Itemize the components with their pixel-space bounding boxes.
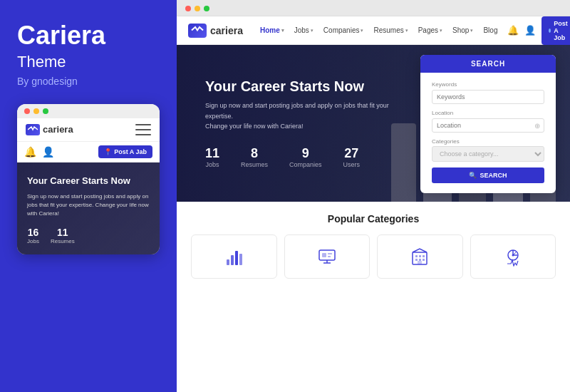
nav-item-jobs[interactable]: Jobs▾: [290, 24, 318, 37]
svg-rect-2: [235, 251, 238, 265]
mobile-stat-jobs: 16 Jobs: [27, 227, 39, 244]
mobile-hero-title: Your Career Starts Now: [27, 175, 150, 187]
mobile-bell-icon[interactable]: 🔔: [24, 146, 36, 158]
dot-red: [24, 108, 30, 114]
desktop-logo-icon: [188, 24, 207, 38]
mobile-preview-card: cariera 🔔 👤 📍 Post A Jab Your Career Sta…: [17, 104, 160, 255]
location-input[interactable]: [432, 118, 544, 133]
bell-icon[interactable]: 🔔: [507, 25, 519, 36]
categories-grid: [191, 234, 556, 279]
nav-items: Home▾ Jobs▾ Companies▾ Resumes▾ Pages▾ S…: [256, 24, 502, 37]
svg-rect-6: [328, 253, 332, 254]
categories-select[interactable]: Choose a category...: [432, 146, 544, 162]
user-icon[interactable]: 👤: [524, 25, 536, 36]
svg-rect-0: [227, 259, 229, 265]
nav-item-resumes[interactable]: Resumes▾: [369, 24, 412, 37]
hero-description: Sign up now and start posting jobs and a…: [205, 100, 390, 131]
mobile-user-icon[interactable]: 👤: [42, 146, 54, 158]
category-card-4[interactable]: [470, 234, 556, 279]
right-panel: cariera Home▾ Jobs▾ Companies▾ Resumes▾ …: [177, 0, 570, 392]
browser-chrome: [177, 0, 570, 16]
nav-item-shop[interactable]: Shop▾: [448, 24, 477, 37]
svg-point-17: [512, 254, 514, 257]
categories-field: Categories Choose a category...: [432, 138, 544, 162]
desktop-site: cariera Home▾ Jobs▾ Companies▾ Resumes▾ …: [177, 16, 570, 392]
dot-green: [43, 108, 48, 114]
mobile-hero: Your Career Starts Now Sign up now and s…: [17, 163, 160, 255]
category-icon-building: [408, 245, 431, 268]
svg-rect-4: [319, 250, 335, 260]
location-marker-icon: ⊕: [534, 121, 540, 129]
svg-rect-13: [419, 259, 421, 261]
hero-stat-jobs: 11 Jobs: [205, 146, 219, 168]
hero-stat-resumes: 8 Resumes: [241, 146, 268, 168]
mobile-stats: 16 Jobs 11 Resumes: [27, 227, 150, 244]
desktop-bottom: Popular Categories: [177, 202, 570, 290]
category-card-1[interactable]: [191, 234, 277, 279]
desktop-nav: cariera Home▾ Jobs▾ Companies▾ Resumes▾ …: [177, 16, 570, 45]
hero-title: Your Career Starts Now: [205, 78, 390, 95]
search-button[interactable]: 🔍 SEARCH: [432, 167, 544, 183]
svg-rect-10: [419, 255, 421, 257]
desktop-logo: cariera: [188, 24, 243, 38]
keywords-input[interactable]: [432, 90, 544, 104]
browser-dots: [185, 6, 561, 11]
category-icon-pencil: [222, 245, 245, 268]
hamburger-icon[interactable]: [135, 124, 151, 135]
location-dot: [549, 29, 551, 33]
category-card-3[interactable]: [377, 234, 463, 279]
search-widget-title: SEARCH: [420, 55, 556, 73]
mobile-nav: cariera: [17, 118, 160, 142]
svg-rect-14: [423, 259, 425, 261]
mobile-post-job-button[interactable]: 📍 Post A Jab: [98, 145, 152, 158]
mobile-logo: cariera: [26, 124, 73, 135]
browser-dot-green: [204, 6, 209, 11]
svg-rect-5: [322, 253, 326, 257]
theme-title: Cariera: [17, 21, 160, 50]
keywords-field: Keywords: [432, 81, 544, 104]
browser-dot-red: [185, 6, 191, 11]
hero-content: Your Career Starts Now Sign up now and s…: [177, 64, 419, 182]
popular-categories-title: Popular Categories: [191, 213, 556, 225]
mobile-action-bar: 🔔 👤 📍 Post A Jab: [17, 142, 160, 163]
theme-author: By gnodesign: [17, 76, 160, 87]
category-icon-chart: [502, 245, 524, 268]
dot-yellow: [33, 108, 39, 114]
svg-rect-3: [239, 254, 242, 265]
nav-item-companies[interactable]: Companies▾: [319, 24, 368, 37]
mobile-post-btn-icon: 📍: [104, 148, 112, 155]
svg-rect-15: [418, 261, 422, 264]
nav-item-home[interactable]: Home▾: [256, 24, 289, 37]
svg-rect-11: [423, 255, 425, 257]
search-icon: 🔍: [469, 172, 477, 179]
hero-stat-companies: 9 Companies: [289, 146, 322, 168]
mobile-topbar: [17, 104, 160, 118]
left-panel: Cariera Theme By gnodesign cariera 🔔: [0, 0, 177, 392]
browser-dot-yellow: [195, 6, 200, 11]
location-field: Location ⊕: [432, 110, 544, 133]
hero-stat-users: 27 Users: [343, 146, 361, 168]
hero-stats: 11 Jobs 8 Resumes 9 Companies 27 Users: [205, 146, 390, 168]
svg-rect-7: [328, 256, 331, 257]
nav-right: 🔔 👤 Post A Job: [507, 16, 570, 45]
search-widget: SEARCH Keywords Location ⊕ Categories Ch…: [420, 55, 556, 193]
nav-item-pages[interactable]: Pages▾: [414, 24, 447, 37]
nav-item-blog[interactable]: Blog: [479, 24, 502, 37]
post-job-button[interactable]: Post A Job: [542, 16, 570, 45]
logo-icon: [26, 124, 40, 135]
svg-rect-12: [415, 259, 418, 261]
category-icon-monitor: [316, 245, 338, 268]
category-card-2[interactable]: [284, 234, 370, 279]
mobile-hero-desc: Sign up now and start posting jobs and a…: [27, 192, 150, 218]
svg-rect-1: [231, 255, 234, 265]
theme-subtitle: Theme: [17, 53, 160, 71]
desktop-hero: Your Career Starts Now Sign up now and s…: [177, 45, 570, 202]
svg-rect-9: [415, 255, 418, 257]
mobile-stat-resumes: 11 Resumes: [51, 227, 75, 244]
